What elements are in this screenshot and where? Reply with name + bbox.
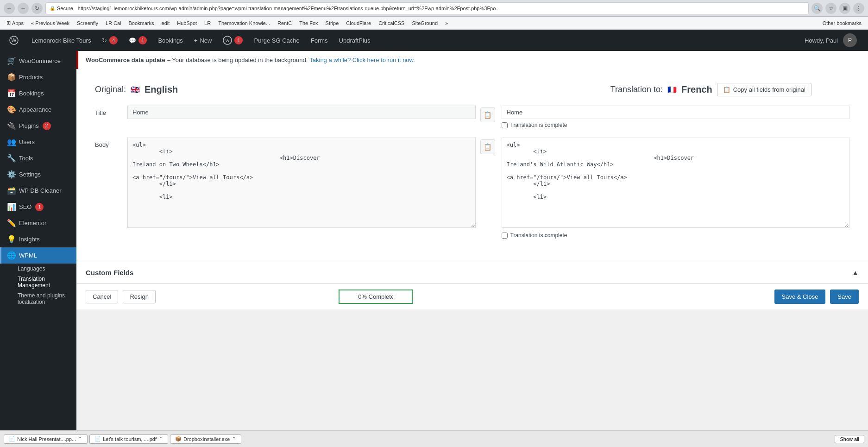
bookmark-prev-week-label: « Previous Week (31, 20, 69, 26)
original-side-header: Original: 🇬🇧 English (95, 84, 334, 95)
copy-all-fields-button[interactable]: 📋 Copy all fields from original (717, 83, 811, 96)
browser-url: https://staging1.lemonrockbiketours.com/… (78, 6, 805, 11)
bookmark-rentc[interactable]: RentC (275, 19, 295, 27)
title-complete-checkbox[interactable] (502, 122, 508, 128)
sidebar-sub-theme-plugins[interactable]: Theme and plugins localization (0, 290, 76, 307)
show-all-button[interactable]: Show all (835, 435, 864, 443)
admin-updraftplus[interactable]: UpdraftPlus (333, 30, 376, 51)
notice-link[interactable]: Taking a while? Click here to run it now… (309, 57, 415, 63)
bookings-label: Bookings (158, 37, 182, 44)
back-button[interactable]: ← (4, 3, 15, 14)
howdy-label: Howdy, Paul (805, 37, 838, 44)
bookmark-edit[interactable]: edit (159, 19, 173, 27)
bookmark-cloudflare[interactable]: CloudFlare (343, 19, 374, 27)
admin-new[interactable]: + New (189, 30, 218, 51)
progress-input (339, 290, 413, 304)
sidebar-users-label: Users (19, 139, 35, 145)
admin-bookings[interactable]: Bookings (152, 30, 188, 51)
admin-purge[interactable]: Purge SG Cache (248, 30, 305, 51)
taskbar-close-0[interactable]: ⌃ (78, 436, 82, 442)
sidebar-item-wpml[interactable]: 🌐 WPML (0, 247, 76, 264)
sidebar-item-insights[interactable]: 💡 Insights (0, 231, 76, 247)
updates-badge: 4 (109, 36, 118, 44)
seo-icon: 📊 (7, 202, 15, 211)
sidebar-item-wp-db-cleaner[interactable]: 🗃️ WP DB Cleaner (0, 183, 76, 199)
sidebar-item-woocommerce[interactable]: 🛒 WooCommerce (0, 53, 76, 69)
title-translation-input[interactable] (502, 106, 850, 119)
resign-label: Resign (130, 293, 148, 300)
admin-updates[interactable]: ↻ 4 (96, 30, 123, 51)
bookmark-screenfly[interactable]: Screenfly (74, 19, 101, 27)
body-complete-checkbox[interactable] (502, 233, 508, 239)
bookmark-themovation[interactable]: Themovation Knowle... (215, 19, 273, 27)
notice-message: – Your database is being updated in the … (167, 57, 308, 63)
reload-button[interactable]: ↻ (31, 3, 43, 14)
custom-fields-header[interactable]: Custom Fields ▲ (76, 262, 868, 283)
sidebar-sub-translation-management[interactable]: Translation Management (0, 274, 76, 290)
bookmark-hubspot[interactable]: HubSpot (174, 19, 200, 27)
bookmark-more-label: » (445, 20, 448, 26)
admin-comments[interactable]: 💬 1 (123, 30, 152, 51)
tools-icon: 🔧 (7, 154, 15, 163)
save-button[interactable]: Save (830, 290, 859, 304)
body-copy-button[interactable]: 📋 (480, 139, 495, 154)
sidebar-item-users[interactable]: 👥 Users (0, 134, 76, 150)
bookmark-screenfly-label: Screenfly (77, 20, 98, 26)
sidebar-item-settings[interactable]: ⚙️ Settings (0, 166, 76, 183)
howdy[interactable]: Howdy, Paul P (799, 30, 862, 51)
sidebar-item-seo[interactable]: 📊 SEO 1 (0, 199, 76, 215)
sidebar-settings-label: Settings (19, 171, 41, 178)
bookmark-criticalcss[interactable]: CriticalCSS (376, 19, 407, 27)
sidebar-bookings-label: Bookings (19, 90, 44, 97)
bookmark-apps[interactable]: ⊞ Apps (4, 19, 26, 27)
translation-side-header: Translation to: 🇫🇷 French 📋 Copy all fie… (610, 83, 849, 96)
menu-button[interactable]: ⋮ (853, 3, 864, 14)
star-button[interactable]: ☆ (825, 3, 837, 14)
bookmark-lr-cal[interactable]: LR Cal (103, 19, 124, 27)
sidebar-item-elementor[interactable]: ✏️ Elementor (0, 215, 76, 231)
sidebar: 🛒 WooCommerce 📦 Products 📅 Bookings 🎨 Ap… (0, 51, 76, 430)
wp-logo[interactable]: W (6, 30, 22, 51)
resign-button[interactable]: Resign (123, 290, 155, 303)
bookmark-prev-week[interactable]: « Previous Week (28, 19, 72, 27)
admin-site-name[interactable]: Lemonrock Bike Tours (26, 30, 96, 51)
sidebar-sub-languages[interactable]: Languages (0, 264, 76, 274)
sidebar-item-bookings[interactable]: 📅 Bookings (0, 85, 76, 101)
sidebar-item-appearance[interactable]: 🎨 Appearance (0, 101, 76, 118)
sidebar-item-plugins[interactable]: 🔌 Plugins 2 (0, 118, 76, 134)
bookmark-siteground[interactable]: SiteGround (409, 19, 440, 27)
taskbar-close-2[interactable]: ⌃ (232, 436, 236, 442)
sidebar-sub-languages-label: Languages (18, 265, 45, 272)
bookmark-bookmarks[interactable]: Bookmarks (126, 19, 157, 27)
bookmark-stripe[interactable]: Stripe (323, 19, 342, 27)
sidebar-item-tools[interactable]: 🔧 Tools (0, 150, 76, 166)
taskbar-item-2[interactable]: 📦 DropboxInstaller.exe ⌃ (170, 434, 241, 444)
bookmark-other[interactable]: Other bookmarks (820, 19, 864, 27)
address-bar[interactable]: 🔒 Secure https://staging1.lemonrockbiket… (45, 2, 809, 14)
bookmark-lr[interactable]: LR (201, 19, 214, 27)
bookmark-fox[interactable]: The Fox (296, 19, 321, 27)
taskbar-close-1[interactable]: ⌃ (158, 436, 163, 442)
bookmark-more[interactable]: » (442, 19, 451, 27)
taskbar-item-1[interactable]: 📄 Let's talk tourism, ....pdf ⌃ (89, 434, 168, 444)
title-complete-label: Translation is complete (510, 122, 567, 128)
title-copy-button[interactable]: 📋 (480, 107, 495, 122)
admin-forms[interactable]: Forms (305, 30, 333, 51)
body-original-textarea[interactable] (127, 138, 476, 228)
admin-notifications[interactable]: W 1 (217, 30, 248, 51)
body-translation-textarea[interactable] (502, 138, 850, 228)
cancel-button[interactable]: Cancel (86, 290, 118, 303)
title-original-input[interactable] (127, 106, 476, 119)
search-button[interactable]: 🔍 (811, 3, 823, 14)
bookmark-stripe-label: Stripe (326, 20, 339, 26)
extensions-button[interactable]: ▣ (839, 3, 850, 14)
sidebar-plugins-label: Plugins (19, 122, 39, 129)
save-close-button[interactable]: Save & Close (774, 290, 826, 304)
lock-icon: 🔒 (50, 6, 55, 11)
sidebar-item-products[interactable]: 📦 Products (0, 69, 76, 85)
updraftplus-label: UpdraftPlus (339, 37, 371, 44)
title-label: Title (95, 106, 123, 116)
apps-icon: ⊞ (6, 20, 11, 26)
taskbar-item-0[interactable]: 📄 Nick Hall Presentat....pp... ⌃ (4, 434, 88, 444)
forward-button[interactable]: → (18, 3, 29, 14)
